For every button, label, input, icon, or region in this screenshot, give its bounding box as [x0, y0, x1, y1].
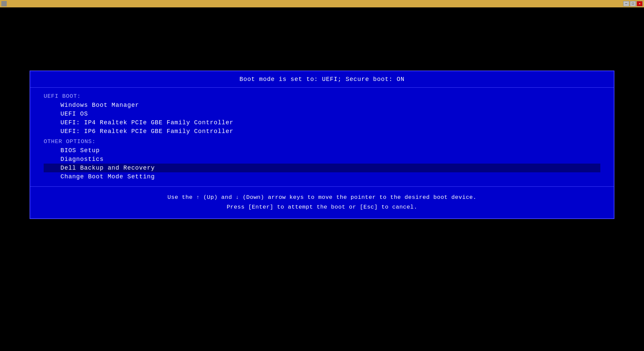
- uefi-item-ip6[interactable]: UEFI: IP6 Realtek PCIe GBE Family Contro…: [44, 127, 600, 136]
- other-options-label: OTHER OPTIONS:: [44, 138, 600, 145]
- other-item-dell-backup[interactable]: Dell Backup and Recovery: [44, 164, 600, 172]
- window-controls: ─ □ ✕: [623, 1, 643, 6]
- other-item-change-boot-mode[interactable]: Change Boot Mode Setting: [44, 172, 600, 181]
- restore-button[interactable]: □: [630, 1, 636, 6]
- arrow-down-icon: ↓: [235, 193, 239, 202]
- bios-body: UEFI BOOT: Windows Boot Manager UEFI OS …: [30, 88, 614, 187]
- footer-text-use: Use the: [167, 194, 196, 201]
- footer-text-up: (Up) and: [200, 194, 235, 201]
- arrow-up-icon: ↑: [196, 193, 200, 202]
- minimize-button[interactable]: ─: [623, 1, 629, 6]
- window-icon: [1, 1, 7, 6]
- footer-text-down: (Down) arrow keys to move the pointer to…: [239, 194, 477, 201]
- boot-mode-text: Boot mode is set to: UEFI; Secure boot: …: [240, 76, 404, 83]
- close-button[interactable]: ✕: [637, 1, 643, 6]
- footer-line2: Press [Enter] to attempt the boot or [Es…: [37, 203, 607, 212]
- title-bar: ─ □ ✕: [0, 0, 644, 7]
- bios-footer: Use the ↑ (Up) and ↓ (Down) arrow keys t…: [30, 187, 614, 218]
- other-item-diagnostics[interactable]: Diagnostics: [44, 155, 600, 164]
- uefi-item-uefi-os[interactable]: UEFI OS: [44, 109, 600, 118]
- uefi-item-ip4[interactable]: UEFI: IP4 Realtek PCIe GBE Family Contro…: [44, 118, 600, 127]
- footer-line1: Use the ↑ (Up) and ↓ (Down) arrow keys t…: [37, 193, 607, 203]
- uefi-boot-label: UEFI BOOT:: [44, 93, 600, 99]
- uefi-item-windows-boot-manager[interactable]: Windows Boot Manager: [44, 101, 600, 109]
- other-item-bios-setup[interactable]: BIOS Setup: [44, 146, 600, 155]
- bios-header: Boot mode is set to: UEFI; Secure boot: …: [30, 71, 614, 88]
- bios-panel: Boot mode is set to: UEFI; Secure boot: …: [30, 71, 614, 219]
